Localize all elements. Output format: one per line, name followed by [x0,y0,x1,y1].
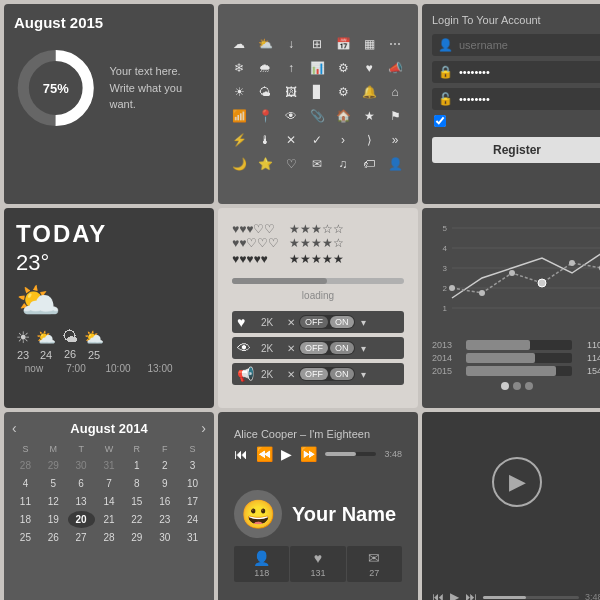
password2-field[interactable]: 🔓 ☑ [432,88,600,110]
cal-day-2[interactable]: 2 [151,457,178,474]
prev-btn[interactable]: ⏮ [234,446,248,462]
share-dropdown-icon[interactable]: ▾ [361,369,366,380]
cal-day-23[interactable]: 23 [151,511,178,528]
cal-day-9[interactable]: 9 [151,475,178,492]
star2-icon: ⭐ [255,154,275,174]
cal-day-30[interactable]: 30 [151,529,178,546]
share-on-btn[interactable]: ON [330,368,354,380]
video-play-button[interactable]: ▶ [492,457,542,507]
cloud3-icon: 🌤 [255,82,275,102]
cal-day-25[interactable]: 25 [12,529,39,546]
cal-next-btn[interactable]: › [201,420,206,436]
cal-day-29[interactable]: 29 [123,529,150,546]
cal-day-3[interactable]: 3 [179,457,206,474]
video-prev-btn[interactable]: ⏮ [432,590,444,600]
view-on-btn[interactable]: ON [330,342,354,354]
upload-icon: ↑ [281,58,301,78]
profile-tabs: 👤 118 ♥ 131 ✉ 27 [234,546,402,582]
password2-input[interactable] [459,93,597,105]
cal-day-1[interactable]: 1 [123,457,150,474]
view-dropdown-icon[interactable]: ▾ [361,343,366,354]
cal-day-12[interactable]: 12 [40,493,67,510]
cal-day-27[interactable]: 27 [68,529,95,546]
video-cell: ▶ ⏮ ▶ ⏭ 3:48 [422,412,600,600]
cal-day-8[interactable]: 8 [123,475,150,492]
settings-icon: ⚙ [333,82,353,102]
video-play-btn2[interactable]: ▶ [450,590,459,600]
cal-day-19[interactable]: 19 [40,511,67,528]
username-input[interactable] [459,39,597,51]
view-off-btn[interactable]: OFF [300,342,328,354]
dot-1[interactable] [501,382,509,390]
dots-icon: ⋯ [385,34,405,54]
profile-tab-likes[interactable]: ♥ 131 [290,546,345,582]
cal-day-17[interactable]: 17 [179,493,206,510]
password-field[interactable]: 🔒 ☑ [432,61,600,83]
cal-day-16[interactable]: 16 [151,493,178,510]
profile-tab-followers[interactable]: 👤 118 [234,546,289,582]
cal-day-29p[interactable]: 29 [40,457,67,474]
cal-day-21[interactable]: 21 [96,511,123,528]
cal-day-22[interactable]: 22 [123,511,150,528]
dot-navigation [432,382,600,390]
cal-day-11[interactable]: 11 [12,493,39,510]
dot-2[interactable] [513,382,521,390]
cal-day-13[interactable]: 13 [68,493,95,510]
cal-prev-btn[interactable]: ‹ [12,420,17,436]
cal-day-18[interactable]: 18 [12,511,39,528]
like-x: ✕ [287,317,295,328]
image-icon: 🖼 [281,82,301,102]
like-toggle[interactable]: OFF ON [299,315,355,329]
weather-main-icon: ⛅ [16,280,202,322]
register-button[interactable]: Register [432,137,600,163]
cal-day-30p[interactable]: 30 [68,457,95,474]
cal-day-4[interactable]: 4 [12,475,39,492]
terms-checkbox-row[interactable] [432,115,600,127]
cal-header-s2: S [179,442,206,456]
fast-fwd-btn[interactable]: ⏩ [300,446,317,462]
bar-2013: 2013 110 [432,340,600,350]
dot-3[interactable] [525,382,533,390]
rewind-btn[interactable]: ⏪ [256,446,273,462]
like-on-btn[interactable]: ON [330,316,354,328]
user-field-icon: 👤 [438,38,453,52]
cal-day-10[interactable]: 10 [179,475,206,492]
cal-day-15[interactable]: 15 [123,493,150,510]
terms-checkbox[interactable] [434,115,446,127]
svg-point-17 [569,260,575,266]
message-icon: ✉ [307,154,327,174]
video-next-btn[interactable]: ⏭ [465,590,477,600]
cal-day-28[interactable]: 28 [96,529,123,546]
cal-day-20-today[interactable]: 20 [68,511,95,528]
time-7: 7:00 [58,363,94,374]
video-progress-bar[interactable] [483,596,579,599]
like-dropdown-icon[interactable]: ▾ [361,317,366,328]
cal-day-28p[interactable]: 28 [12,457,39,474]
cal-day-26[interactable]: 26 [40,529,67,546]
view-toggle[interactable]: OFF ON [299,341,355,355]
cal-day-6[interactable]: 6 [68,475,95,492]
chevron-r-icon: ⟩ [359,130,379,150]
cal-day-31p[interactable]: 31 [96,457,123,474]
share-off-btn[interactable]: OFF [300,368,328,380]
donut-area: 75% Your text here. Write what you want. [14,43,204,133]
cal-day-24[interactable]: 24 [179,511,206,528]
cal-day-7[interactable]: 7 [96,475,123,492]
music-profile-cell: Alice Cooper – I'm Eighteen ⏮ ⏪ ▶ ⏩ 3:48… [218,412,418,600]
share-toggle[interactable]: OFF ON [299,367,355,381]
password-input[interactable] [459,66,597,78]
profile-tab-messages[interactable]: ✉ 27 [347,546,402,582]
play-btn[interactable]: ▶ [281,446,292,462]
user-icon: 👤 [385,154,405,174]
cal-day-5[interactable]: 5 [40,475,67,492]
cal-day-14[interactable]: 14 [96,493,123,510]
more-icon: » [385,130,405,150]
grid2-icon: ▦ [359,34,379,54]
music-progress-bar[interactable] [325,452,376,456]
like-off-btn[interactable]: OFF [300,316,328,328]
calendar-grid: S M T W R F S 28 29 30 31 1 2 3 4 5 6 7 … [12,442,206,546]
cal-day-31[interactable]: 31 [179,529,206,546]
username-field[interactable]: 👤 ☑ [432,34,600,56]
controls-cell: ♥♥♥♡♡ ♥♥♡♡♡ ♥♥♥♥♥ ★★★☆☆ ★★★★☆ ★★★★★ load… [218,208,418,408]
svg-text:75%: 75% [43,81,69,96]
